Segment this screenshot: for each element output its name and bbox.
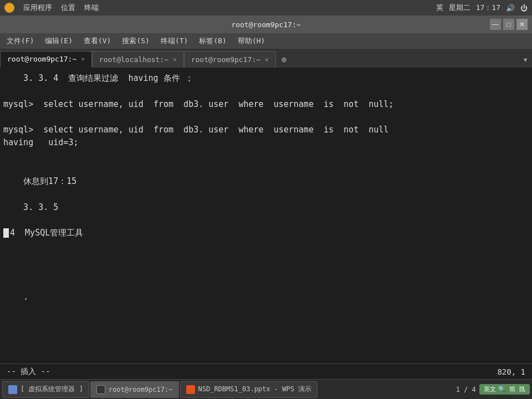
menu-file[interactable]: 文件(F)	[2, 35, 38, 47]
taskbar: [ 虚拟系统管理器 ] root@room9pc17:~ NSD_RDBMS1_…	[0, 379, 532, 399]
tab-3[interactable]: root@room9pc17:~ ✕	[184, 51, 276, 68]
sysmanager-label: [ 虚拟系统管理器 ]	[21, 385, 83, 394]
content-line5: mysql> select username, uid from db3. us…	[3, 124, 529, 136]
terminal-content[interactable]: 3. 3. 4 查询结果过滤 having 条件 ； mysql> select…	[0, 68, 532, 364]
tab-1-label: root@room9pc17:~	[7, 55, 76, 63]
location-label[interactable]: 位置	[61, 3, 75, 13]
tab-2-close[interactable]: ✕	[173, 56, 177, 63]
terminal-label[interactable]: 终端	[84, 3, 99, 13]
system-bar-left: 应用程序 位置 终端	[4, 3, 99, 13]
menu-help[interactable]: 帮助(H)	[233, 35, 269, 47]
menu-edit[interactable]: 编辑(E)	[40, 35, 76, 47]
tab-3-label: root@room9pc17:~	[191, 55, 260, 64]
lang-label: 英	[436, 3, 443, 13]
content-line9: 休息到17：15	[3, 175, 529, 188]
content-line6: having uid=3;	[3, 136, 529, 149]
day-label: 星期二	[449, 3, 470, 13]
menu-search[interactable]: 搜索(S)	[117, 35, 154, 47]
tab-2[interactable]: root@localhost:~ ✕	[92, 51, 184, 68]
menu-bar: 文件(F) 编辑(E) 查看(V) 搜索(S) 终端(T) 标签(B) 帮助(H…	[0, 33, 532, 49]
content-line18: .	[3, 291, 529, 304]
taskbar-terminal[interactable]: root@room9pc17:~	[90, 381, 179, 398]
lang-badge-label: 英文	[484, 385, 496, 393]
time-label: 17：17	[476, 3, 500, 13]
content-line16	[3, 265, 529, 278]
terminal-taskbar-label: root@room9pc17:~	[109, 386, 173, 393]
status-bar: -- 插入 -- 820, 1	[0, 364, 532, 379]
tab-1-close[interactable]: ✕	[81, 55, 85, 63]
content-line1: 3. 3. 4 查询结果过滤 having 条件 ；	[3, 72, 529, 85]
volume-icon[interactable]: 🔊	[506, 4, 515, 12]
tab-2-label: root@localhost:~	[99, 55, 168, 64]
app-icon	[4, 3, 14, 13]
content-line7	[3, 150, 529, 162]
tab-1[interactable]: root@room9pc17:~ ✕	[0, 51, 92, 68]
tabs-arrow[interactable]: ▾	[519, 51, 532, 68]
system-bar-right: 英 星期二 17：17 🔊 ⏻	[436, 3, 528, 13]
menu-tabs[interactable]: 标签(B)	[195, 35, 231, 47]
menu-terminal[interactable]: 终端(T)	[156, 35, 192, 47]
window-controls: — □ ✕	[490, 19, 528, 30]
content-line3: mysql> select username, uid from db3. us…	[3, 98, 529, 111]
close-button[interactable]: ✕	[516, 19, 528, 30]
taskbar-wps[interactable]: NSD_RDBMS1_03.pptx - WPS 演示	[180, 381, 318, 398]
lang-badge-icons: 🔍 简 既	[498, 385, 525, 393]
content-line17	[3, 278, 529, 291]
power-icon[interactable]: ⏻	[520, 4, 528, 12]
taskbar-sysmanager[interactable]: [ 虚拟系统管理器 ]	[2, 381, 89, 398]
cursor-indicator	[3, 228, 9, 238]
system-bar: 应用程序 位置 终端 英 星期二 17：17 🔊 ⏻	[0, 0, 532, 16]
app-menu-label[interactable]: 应用程序	[23, 3, 52, 13]
content-line2	[3, 85, 529, 98]
content-line13: 4 MySQL管理工具	[3, 227, 529, 239]
lang-badge[interactable]: 英文 🔍 简 既	[479, 384, 530, 395]
menu-view[interactable]: 查看(V)	[79, 35, 115, 47]
title-bar: root@room9pc17:~ — □ ✕	[0, 16, 532, 33]
content-line14	[3, 239, 529, 252]
content-line11: 3. 3. 5	[3, 201, 529, 214]
content-line12	[3, 214, 529, 227]
wps-icon	[186, 385, 195, 394]
wps-label: NSD_RDBMS1_03.pptx - WPS 演示	[198, 385, 312, 394]
terminal-taskbar-icon	[96, 385, 105, 394]
sysmanager-icon	[8, 385, 17, 394]
cursor-position: 820, 1	[497, 367, 525, 376]
editor-mode: -- 插入 --	[7, 367, 50, 377]
content-line8	[3, 162, 529, 175]
tabs-bar: root@room9pc17:~ ✕ root@localhost:~ ✕ ro…	[0, 49, 532, 68]
minimize-button[interactable]: —	[490, 19, 501, 30]
page-indicator: 1 / 4	[456, 386, 478, 393]
tab-3-close[interactable]: ✕	[265, 56, 269, 63]
new-tab-button[interactable]: ⊕	[276, 51, 293, 68]
content-line4	[3, 111, 529, 124]
maximize-button[interactable]: □	[503, 19, 514, 30]
content-line15	[3, 253, 529, 265]
content-line10	[3, 188, 529, 201]
window-title: root@room9pc17:~	[231, 21, 300, 29]
